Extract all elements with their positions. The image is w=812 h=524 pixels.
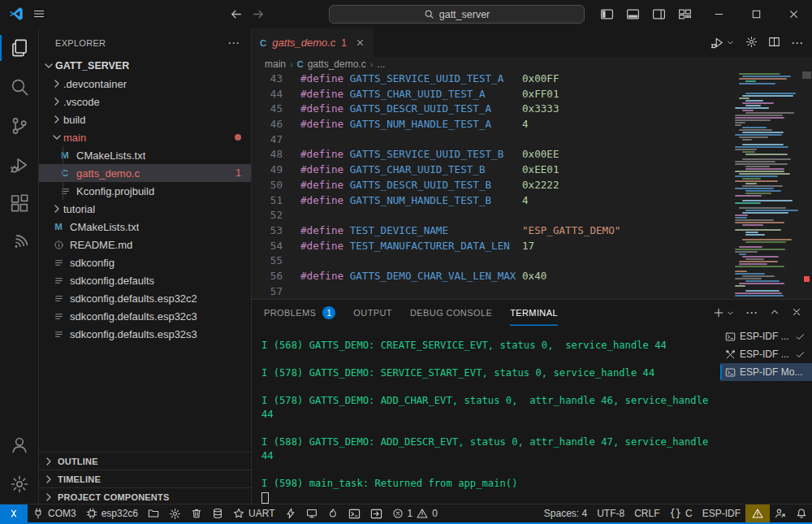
- forward-icon[interactable]: [252, 7, 266, 21]
- tree-item-sdkconfig-defaults-esp32c2[interactable]: sdkconfig.defaults.esp32c2: [39, 289, 251, 307]
- breadcrumb-item[interactable]: ...: [377, 58, 385, 70]
- toggle-secondary-sidebar-icon[interactable]: [652, 7, 666, 21]
- section-timeline[interactable]: TIMELINE: [39, 470, 251, 487]
- close-panel-button[interactable]: [791, 306, 802, 320]
- check-icon: [795, 349, 806, 360]
- tree-item-main[interactable]: main: [39, 128, 251, 146]
- status-esp-idf[interactable]: ESP-IDF: [698, 505, 745, 523]
- code-line: 49#define GATTS_CHAR_UUID_TEST_B 0xEE01: [252, 162, 812, 178]
- activity-files-icon[interactable]: [0, 28, 39, 67]
- status-esp32c6[interactable]: esp32c6: [81, 505, 143, 523]
- overview-ruler[interactable]: [801, 71, 812, 299]
- tree-item-sdkconfig-defaults-esp32c3[interactable]: sdkconfig.defaults.esp32c3: [39, 307, 251, 325]
- code-line: 57: [252, 284, 812, 299]
- tree-item-build[interactable]: build: [39, 110, 251, 128]
- tree-root[interactable]: GATT_SERVER: [39, 57, 251, 75]
- tree-item--devcontainer[interactable]: .devcontainer: [39, 75, 251, 93]
- status-database[interactable]: [207, 505, 228, 523]
- close-icon[interactable]: [775, 0, 812, 28]
- new-terminal-button[interactable]: [713, 307, 735, 318]
- tree-item-sdkconfig-defaults[interactable]: sdkconfig.defaults: [39, 271, 251, 289]
- chevron-right-icon: ›: [370, 59, 374, 69]
- status-feedback[interactable]: [770, 505, 791, 523]
- breadcrumb-item[interactable]: main: [265, 58, 286, 70]
- menu-icon[interactable]: [32, 7, 45, 20]
- tree-item-sdkconfig-defaults-esp32s3[interactable]: sdkconfig.defaults.esp32s3: [39, 325, 251, 343]
- panel-tab-terminal[interactable]: TERMINAL: [510, 300, 558, 326]
- search-icon: [10, 77, 29, 97]
- breadcrumb: main›Cgatts_demo.c›...: [252, 57, 812, 71]
- chevron-right-icon: [42, 455, 55, 468]
- maximize-icon[interactable]: [737, 0, 775, 28]
- activity-run-debug-icon[interactable]: [0, 145, 39, 184]
- more-actions-button[interactable]: ⋯: [791, 36, 804, 50]
- status-remote[interactable]: [0, 505, 28, 523]
- tree-item-cmakelists-txt[interactable]: MCMakeLists.txt: [39, 146, 251, 164]
- settings-gear-button[interactable]: [745, 36, 758, 50]
- status-flame[interactable]: [322, 505, 343, 523]
- status-uart[interactable]: UART: [228, 505, 279, 523]
- warning-icon: [417, 508, 428, 519]
- status-1[interactable]: 10: [387, 505, 443, 523]
- activity-search-icon[interactable]: [0, 67, 39, 106]
- panel-tab-problems[interactable]: PROBLEMS1: [264, 300, 335, 326]
- maximize-panel-button[interactable]: [769, 306, 780, 320]
- status-crlf[interactable]: CRLF: [629, 505, 664, 523]
- files-icon: [10, 38, 29, 58]
- tree-item-readme-md[interactable]: README.md: [39, 236, 251, 253]
- tab-close-icon[interactable]: [355, 37, 365, 48]
- status-gear[interactable]: [164, 505, 186, 523]
- code-line: 47: [252, 132, 812, 148]
- tree-item--vscode[interactable]: .vscode: [39, 93, 251, 110]
- remote-icon: [8, 508, 19, 519]
- tree-item-cmakelists-txt[interactable]: MCMakeLists.txt: [39, 218, 251, 236]
- terminal-output[interactable]: I (568) GATTS_DEMO: CREATE_SERVICE_EVT, …: [252, 326, 720, 505]
- status-c[interactable]: {}C: [665, 505, 698, 523]
- status-folder[interactable]: [143, 505, 164, 523]
- panel-tab-debug-console[interactable]: DEBUG CONSOLE: [410, 300, 492, 326]
- activity-extensions-icon[interactable]: [0, 184, 39, 223]
- tab-gatts-demo[interactable]: C gatts_demo.c 1: [252, 28, 374, 57]
- code-area[interactable]: 43#define GATTS_SERVICE_UUID_TEST_A 0x00…: [252, 71, 812, 299]
- status-warning[interactable]: [745, 505, 770, 523]
- tree-item-gatts-demo-c[interactable]: Cgatts_demo.c1: [39, 164, 251, 182]
- minimap[interactable]: [735, 73, 801, 297]
- terminal-instance[interactable]: ESP-IDF ...: [720, 345, 812, 363]
- scrollbar-thumb[interactable]: [802, 71, 811, 79]
- tree-item-kconfig-projbuild[interactable]: Kconfig.projbuild: [39, 182, 251, 200]
- command-center-search[interactable]: gatt_server: [329, 5, 585, 24]
- status-terminal-box[interactable]: [343, 505, 365, 523]
- list-file-icon: [52, 275, 65, 286]
- tree-item-tutorial[interactable]: tutorial: [39, 200, 251, 218]
- status-bolt[interactable]: [280, 505, 301, 523]
- customize-layout-icon[interactable]: [678, 7, 692, 21]
- terminal-instance[interactable]: ESP-IDF Mo...: [720, 363, 812, 381]
- status-bell[interactable]: [791, 505, 812, 523]
- explorer-more-icon[interactable]: ⋯: [227, 36, 240, 50]
- activity-source-control-icon[interactable]: [0, 106, 39, 145]
- status-com3[interactable]: COM3: [28, 505, 81, 523]
- breadcrumb-item[interactable]: Cgatts_demo.c: [297, 58, 366, 70]
- activity-account-icon[interactable]: [0, 426, 39, 465]
- terminal-instance[interactable]: ESP-IDF ...: [720, 327, 812, 345]
- toggle-sidebar-icon[interactable]: [600, 7, 614, 21]
- status-arrow-box[interactable]: [365, 505, 387, 523]
- back-icon[interactable]: [229, 7, 243, 21]
- run-debug-button[interactable]: [710, 36, 735, 50]
- minimize-icon[interactable]: [700, 0, 737, 28]
- tree-item-sdkconfig[interactable]: sdkconfig: [39, 253, 251, 271]
- status-trash[interactable]: [186, 505, 207, 523]
- activity-espressif-icon[interactable]: [0, 223, 39, 262]
- panel-tab-output[interactable]: OUTPUT: [353, 300, 392, 326]
- status-spaces-4[interactable]: Spaces: 4: [539, 505, 592, 523]
- section-project-components[interactable]: PROJECT COMPONENTS: [39, 487, 251, 504]
- status-monitor[interactable]: [301, 505, 322, 523]
- split-editor-button[interactable]: [768, 36, 780, 50]
- extensions-icon: [10, 194, 29, 214]
- chevron-right-icon: [50, 113, 63, 126]
- panel-more-button[interactable]: ⋯: [745, 305, 758, 320]
- status-utf-8[interactable]: UTF-8: [592, 505, 629, 523]
- activity-settings-gear-icon[interactable]: [0, 465, 39, 504]
- toggle-panel-icon[interactable]: [626, 7, 640, 21]
- section-outline[interactable]: OUTLINE: [39, 452, 251, 470]
